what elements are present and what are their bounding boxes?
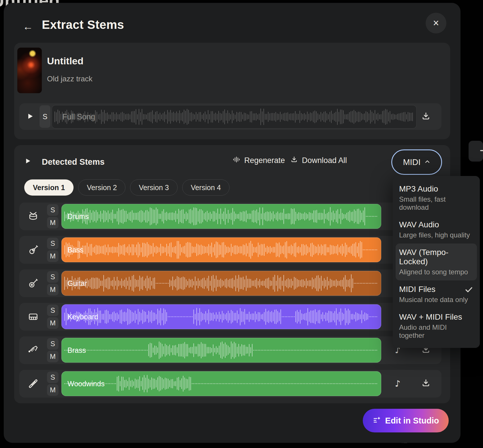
solo-button[interactable]: S	[47, 305, 59, 316]
trumpet-icon	[26, 344, 40, 357]
menu-item-title: WAV Audio	[399, 220, 473, 229]
stem-row-woodwinds: S M Woodwinds ♪	[19, 370, 441, 398]
menu-item-desc: Audio and MIDI together	[399, 323, 473, 340]
download-full-song-button[interactable]	[420, 110, 432, 123]
background-panel-fragment	[469, 141, 483, 162]
menu-item-title: MP3 Audio	[399, 184, 473, 194]
background-glyph	[480, 150, 483, 151]
album-art-thumbnail	[17, 48, 42, 93]
mute-button[interactable]: M	[47, 217, 59, 228]
menu-item-desc: Small files, fast download	[399, 195, 473, 211]
stem-waveform-keyboard[interactable]: Keyboard	[61, 304, 381, 329]
play-all-stems-button[interactable]	[24, 157, 31, 166]
format-select-value: MIDI	[403, 158, 420, 167]
tab-version-1[interactable]: Version 1	[24, 179, 74, 196]
check-icon	[464, 285, 473, 295]
menu-item-title: WAV + MIDI Files	[399, 312, 473, 322]
stem-row-drums: S M Drums ♪	[19, 203, 441, 230]
stem-label: Keyboard	[67, 313, 98, 321]
download-icon	[421, 351, 431, 355]
stem-rows: S M Drums ♪ S	[19, 203, 441, 398]
menu-item-desc: Large files, high quality	[399, 231, 473, 239]
mute-button[interactable]: M	[47, 351, 59, 362]
download-icon	[290, 156, 298, 165]
solo-button[interactable]: S	[47, 338, 59, 350]
version-tabs: Version 1 Version 2 Version 3 Version 4	[24, 179, 230, 196]
download-all-button[interactable]: Download All	[289, 155, 349, 166]
piano-icon	[26, 310, 40, 323]
stem-waveform-guitar[interactable]: Guitar	[61, 271, 381, 296]
flute-icon	[26, 377, 40, 390]
close-button[interactable]: ×	[426, 13, 446, 33]
edit-in-studio-label: Edit in Studio	[385, 416, 439, 425]
track-title: Untitled	[47, 55, 84, 67]
solo-button[interactable]: S	[47, 372, 59, 383]
page-background: Untitled ← Extract Stems × Untitled Old …	[0, 0, 483, 448]
stem-waveform-drums[interactable]: Drums	[61, 204, 381, 229]
format-select-button[interactable]: MIDI	[391, 149, 442, 175]
download-icon	[421, 384, 431, 389]
extract-stems-modal: ← Extract Stems × Untitled Old jazz trac…	[4, 3, 461, 443]
drum-icon	[26, 210, 40, 223]
chevron-up-icon	[424, 158, 431, 167]
stem-row-keyboard: S M Keyboard ♪	[19, 303, 441, 331]
download-icon	[421, 117, 431, 122]
stem-waveform-brass[interactable]: Brass	[61, 338, 381, 363]
menu-item-mp3-audio[interactable]: MP3 Audio Small files, fast download	[393, 180, 480, 216]
stem-row-guitar: S M Guitar ♪	[19, 269, 441, 297]
midi-note-icon[interactable]: ♪	[392, 377, 403, 390]
stems-sparkle-icon	[373, 415, 381, 426]
play-icon	[24, 161, 31, 166]
menu-item-title: MIDI Files	[399, 285, 473, 294]
download-all-label: Download All	[302, 156, 347, 165]
stem-label: Guitar	[67, 279, 87, 288]
modal-title: Extract Stems	[42, 18, 124, 32]
track-subtitle: Old jazz track	[47, 74, 93, 83]
mute-button[interactable]: M	[47, 317, 59, 329]
stem-waveform-bass[interactable]: Bass	[61, 237, 381, 262]
mute-button[interactable]: M	[47, 250, 59, 262]
tab-version-2[interactable]: Version 2	[78, 179, 125, 196]
stem-label: Brass	[67, 346, 86, 355]
acoustic-guitar-icon	[26, 277, 40, 290]
edit-in-studio-button[interactable]: Edit in Studio	[363, 409, 449, 432]
format-dropdown-menu: MP3 Audio Small files, fast download WAV…	[393, 176, 480, 348]
stem-label: Drums	[67, 212, 89, 221]
close-icon: ×	[433, 17, 439, 29]
mute-button[interactable]: M	[47, 384, 59, 396]
waveform-icon	[233, 156, 240, 165]
mute-button[interactable]: M	[47, 284, 59, 295]
menu-item-wav-audio[interactable]: WAV Audio Large files, high quality	[393, 216, 480, 243]
play-icon	[26, 112, 34, 121]
full-song-waveform[interactable]: Full Song	[52, 105, 417, 129]
stem-waveform-woodwinds[interactable]: Woodwinds	[61, 371, 381, 396]
menu-item-title: WAV (Tempo-Locked)	[399, 248, 473, 266]
menu-item-desc: Musical note data only	[399, 296, 473, 304]
solo-button[interactable]: S	[47, 204, 59, 216]
stem-label: Woodwinds	[67, 380, 105, 388]
tab-version-4[interactable]: Version 4	[182, 179, 230, 196]
menu-item-midi-files[interactable]: MIDI Files Musical note data only	[393, 280, 480, 308]
regenerate-label: Regenerate	[244, 156, 285, 165]
download-stem-button[interactable]	[420, 377, 432, 390]
back-button[interactable]: ←	[20, 18, 36, 35]
stem-row-bass: S M Bass ♪	[19, 236, 441, 264]
track-card: Untitled Old jazz track S Full Song	[14, 43, 450, 139]
full-song-solo-button[interactable]: S	[40, 105, 50, 128]
full-song-label: Full Song	[62, 113, 95, 121]
stem-row-brass: S M Brass ♪	[19, 336, 441, 364]
bass-guitar-icon	[26, 243, 40, 256]
menu-item-desc: Aligned to song tempo	[399, 268, 473, 276]
tab-version-3[interactable]: Version 3	[130, 179, 177, 196]
play-button[interactable]	[19, 103, 41, 130]
solo-button[interactable]: S	[47, 238, 59, 249]
solo-button[interactable]: S	[47, 271, 59, 283]
detected-stems-panel: Detected Stems Regenerate Download All	[14, 145, 450, 403]
menu-item-wav-tempo-locked[interactable]: WAV (Tempo-Locked) Aligned to song tempo	[396, 243, 477, 280]
detected-stems-title: Detected Stems	[42, 157, 105, 167]
menu-item-wav-plus-midi[interactable]: WAV + MIDI Files Audio and MIDI together	[393, 308, 480, 344]
regenerate-button[interactable]: Regenerate	[231, 155, 287, 166]
stem-label: Bass	[67, 246, 84, 254]
full-song-player-row: S Full Song	[19, 103, 441, 130]
